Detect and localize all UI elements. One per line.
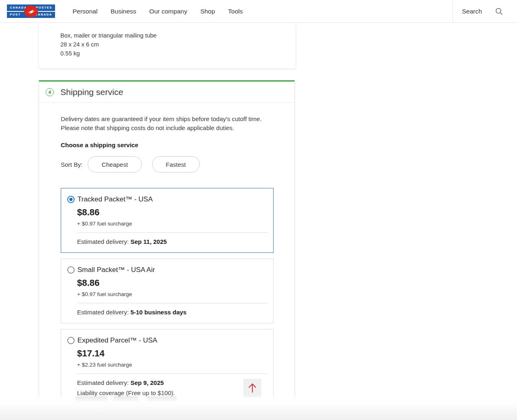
service-fuel-surcharge: + $2.23 fuel surcharge [77, 362, 267, 368]
package-weight: 0.55 kg [60, 49, 296, 58]
section-description: Delivery dates are guaranteed if your it… [61, 115, 274, 133]
choose-service-heading: Choose a shipping service [61, 141, 273, 148]
back-to-top-button[interactable] [243, 379, 261, 398]
search-control[interactable]: Search [462, 0, 503, 22]
sort-cheapest-button[interactable]: Cheapest [88, 156, 141, 172]
service-fuel-surcharge: + $0.97 fuel surcharge [77, 291, 267, 297]
service-fuel-surcharge: + $0.97 fuel surcharge [77, 221, 267, 227]
sort-by-label: Sort By: [61, 161, 82, 168]
service-price: $8.86 [77, 278, 267, 288]
card-divider [77, 232, 268, 233]
card-divider [77, 374, 268, 374]
search-label[interactable]: Search [462, 8, 482, 15]
service-name: Expedited Parcel™ - USA [77, 336, 157, 345]
service-price: $8.86 [77, 207, 267, 218]
logo-text-post: POST [10, 13, 21, 16]
service-card-small-packet-usa-air[interactable]: Small Packet™ - USA Air $8.86 + $0.97 fu… [61, 259, 274, 323]
main-nav: Personal Business Our company Shop Tools [73, 0, 243, 22]
nav-item-tools[interactable]: Tools [228, 8, 243, 15]
nav-item-business[interactable]: Business [110, 8, 136, 15]
section-body: Delivery dates are guaranteed if your it… [39, 115, 294, 405]
service-price: $17.14 [77, 348, 267, 359]
package-dimensions: 28 x 24 x 6 cm [60, 40, 296, 49]
radio-small-packet-usa-air[interactable] [67, 266, 75, 274]
package-type: Box, mailer or triangular mailing tube [60, 31, 296, 40]
estimated-delivery: Estimated delivery: Sep 11, 2025 [77, 238, 267, 252]
sort-fastest-button[interactable]: Fastest [152, 156, 200, 172]
service-name: Small Packet™ - USA Air [77, 266, 155, 274]
logo-text-postes: POSTES [36, 6, 52, 9]
canada-post-logo[interactable]: CANADA POSTES POST CANADA [7, 4, 55, 18]
step-number-badge: 4 [46, 88, 54, 96]
nav-item-personal[interactable]: Personal [73, 8, 97, 15]
search-icon[interactable] [495, 7, 503, 15]
service-card-expedited-parcel-usa[interactable]: Expedited Parcel™ - USA $17.14 + $2.23 f… [61, 329, 274, 405]
service-card-tracked-packet-usa[interactable]: Tracked Packet™ - USA $8.86 + $0.97 fuel… [61, 188, 274, 253]
page: CANADA POSTES POST CANADA Personal Busin… [0, 0, 517, 420]
top-navigation-bar: CANADA POSTES POST CANADA Personal Busin… [0, 0, 517, 23]
header-divider [453, 0, 453, 22]
package-summary-card: Box, mailer or triangular mailing tube 2… [39, 23, 296, 69]
arrow-up-icon [246, 381, 258, 396]
estimated-delivery: Estimated delivery: Sep 9, 2025 [77, 379, 267, 386]
radio-tracked-packet-usa[interactable] [67, 196, 75, 203]
liability-coverage-note: Liability coverage (Free up to $100). [77, 389, 267, 405]
radio-expedited-parcel-usa[interactable] [67, 337, 75, 344]
canada-post-wing-icon [24, 5, 38, 17]
shipping-service-section: 4 Shipping service Delivery dates are gu… [39, 80, 295, 402]
estimated-delivery: Estimated delivery: 5-10 business days [77, 309, 267, 323]
section-header: 4 Shipping service [39, 82, 294, 103]
card-divider [77, 303, 268, 303]
section-title: Shipping service [60, 87, 123, 97]
service-name: Tracked Packet™ - USA [77, 195, 153, 203]
nav-item-shop[interactable]: Shop [200, 8, 215, 15]
sort-by-row: Sort By: Cheapest Fastest [61, 156, 273, 172]
nav-item-our-company[interactable]: Our company [149, 8, 187, 15]
